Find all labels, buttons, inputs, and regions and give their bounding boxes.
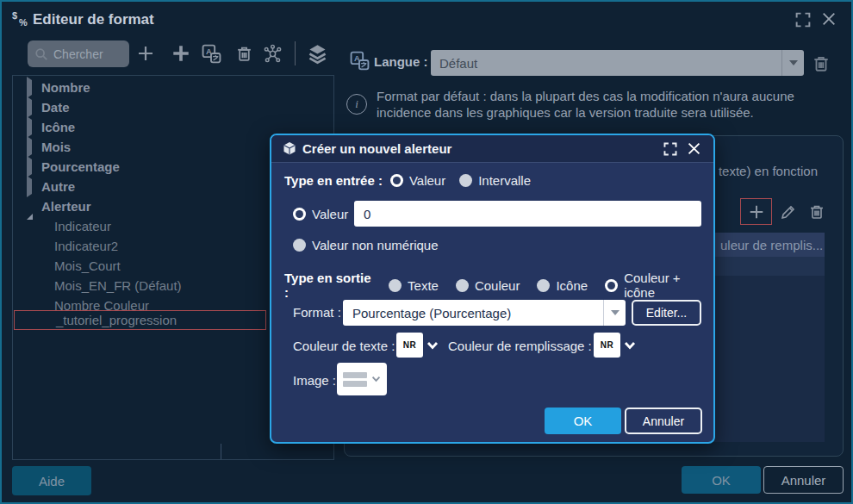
dialog-close-icon[interactable] [685, 140, 702, 158]
ok-button[interactable]: OK [682, 466, 761, 494]
dialog-title: Créer un nouvel alerteur [302, 141, 656, 156]
tree-category-icone[interactable]: Icône [13, 117, 75, 137]
language-select[interactable]: Défaut [431, 50, 804, 76]
cancel-button[interactable]: Annuler [763, 466, 844, 494]
collapsed-arrow-icon [27, 136, 32, 158]
text-color-swatch[interactable]: NR [396, 333, 423, 358]
language-label: Langue : [374, 54, 428, 69]
tree-category-date[interactable]: Date [13, 97, 70, 117]
radio-intervalle[interactable] [459, 174, 472, 187]
radio-couleur-label: Couleur [475, 278, 520, 293]
window-title: Editeur de format [33, 11, 154, 28]
image-label: Image : [293, 373, 336, 388]
value-input[interactable] [354, 201, 701, 227]
radio-icone-label: Icône [556, 278, 588, 293]
maximize-icon[interactable] [794, 11, 812, 28]
tree-category-autre[interactable]: Autre [13, 177, 75, 196]
splitter-line [221, 444, 221, 459]
dollar-percent-icon: $% [12, 10, 33, 29]
default-format-info-text: Format par défaut : dans la plupart des … [377, 88, 800, 121]
format-select[interactable]: Pourcentage (Pourcentage) [343, 300, 626, 326]
radio-couleur[interactable] [456, 279, 469, 292]
format-select-value: Pourcentage (Pourcentage) [343, 306, 603, 320]
tree-item-mois-court[interactable]: Mois_Court [13, 256, 121, 276]
format-label: Format : [293, 305, 341, 320]
help-button[interactable]: Aide [12, 466, 91, 495]
search-input[interactable] [53, 47, 122, 61]
radio-intervalle-label: Intervalle [478, 173, 531, 188]
add-format-icon[interactable] [134, 42, 157, 65]
dialog-maximize-icon[interactable] [662, 140, 679, 158]
image-select[interactable] [337, 363, 387, 395]
radio-couleur-icone[interactable] [605, 279, 618, 292]
language-select-value: Défaut [431, 56, 781, 71]
toolbar-separator [295, 41, 296, 65]
delete-alerter-icon[interactable] [806, 202, 827, 222]
create-alerter-dialog: Créer un nouvel alerteur Type en entrée … [270, 134, 715, 444]
search-box [28, 40, 129, 67]
caret-down-icon [603, 300, 626, 326]
radio-valeur-label: Valeur [409, 173, 445, 188]
fill-color-label: Couleur de remplissage : [448, 339, 592, 353]
edit-alerter-icon[interactable] [778, 202, 799, 222]
dialog-header: Créer un nouvel alerteur [271, 135, 713, 163]
collapsed-arrow-icon [27, 96, 32, 118]
info-icon: i [346, 94, 367, 115]
dialog-cancel-button[interactable]: Annuler [625, 408, 702, 434]
input-type-label: Type en entrée : [284, 173, 383, 188]
tree-category-pourcentage[interactable]: Pourcentage [13, 157, 120, 177]
radio-texte-label: Texte [408, 278, 439, 293]
panel-partial-text: texte) en fonction [719, 164, 818, 178]
chevron-down-icon [371, 376, 381, 383]
fill-color-chevron-down-icon[interactable] [623, 339, 637, 352]
collapsed-arrow-icon [27, 156, 32, 177]
radio-icone[interactable] [537, 279, 550, 292]
non-numeric-label: Valeur non numérique [312, 238, 438, 252]
layers-icon[interactable] [306, 42, 328, 65]
collapsed-arrow-icon [27, 116, 32, 138]
text-color-label: Couleur de texte : [293, 339, 395, 353]
tree-item-tutoriel-progression[interactable]: _tutoriel_progression [14, 310, 266, 330]
output-type-label: Type en sortie : [284, 271, 377, 300]
close-icon[interactable] [820, 10, 837, 28]
plus-icon [748, 203, 765, 221]
network-icon[interactable] [261, 42, 283, 65]
tree-category-mois[interactable]: Mois [13, 137, 71, 157]
tree-item-indicateur[interactable]: Indicateur [13, 216, 111, 236]
image-lines-icon [343, 372, 367, 387]
add-alerter-button[interactable] [740, 198, 772, 225]
tree-category-alerteur[interactable]: Alerteur [13, 196, 91, 216]
caret-down-icon [781, 50, 804, 76]
delete-language-icon[interactable] [810, 53, 832, 75]
delete-format-icon[interactable] [233, 42, 255, 65]
format-editor-window: $% Editeur de format A [0, 0, 853, 504]
fill-color-swatch[interactable]: NR [594, 333, 620, 358]
radio-value-non-numeric[interactable] [293, 239, 306, 252]
value-label: Valeur [312, 207, 348, 221]
radio-value-numeric[interactable] [293, 208, 306, 221]
language-translate-icon: A [350, 51, 370, 71]
collapsed-arrow-icon [27, 176, 32, 197]
radio-texte[interactable] [389, 279, 402, 292]
radio-valeur[interactable] [390, 174, 403, 187]
search-icon [34, 47, 48, 61]
tree-item-mois-en-fr[interactable]: Mois_EN_FR (Défaut) [13, 276, 182, 296]
text-color-chevron-down-icon[interactable] [426, 339, 439, 352]
cube-icon [283, 141, 296, 156]
translate-icon[interactable]: A [200, 42, 222, 65]
add-bold-icon[interactable] [170, 42, 192, 65]
dialog-ok-button[interactable]: OK [545, 408, 621, 434]
edit-format-button[interactable]: Editer... [632, 300, 701, 326]
collapsed-arrow-icon [27, 77, 32, 98]
tree-category-nombre[interactable]: Nombre [13, 78, 90, 97]
tree-item-indicateur2[interactable]: Indicateur2 [13, 236, 118, 256]
radio-couleur-icone-label: Couleur + icône [624, 271, 713, 300]
